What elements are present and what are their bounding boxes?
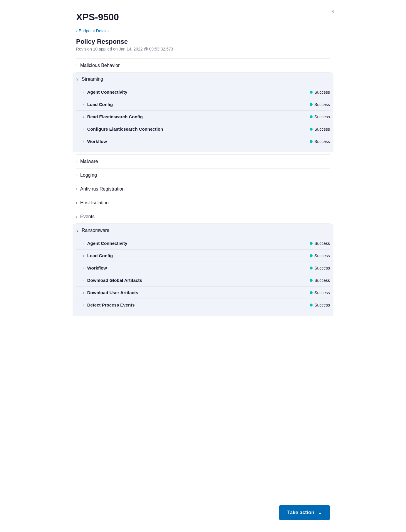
accordion-section-streaming: ∨Streaming›Agent ConnectivitySuccess›Loa… xyxy=(76,72,330,152)
sub-item-label: Configure Elasticsearch Connection xyxy=(87,127,163,132)
status-badge: Success xyxy=(310,290,330,295)
list-item: ›Download User ArtifactsSuccess xyxy=(76,287,330,299)
chevron-right-icon[interactable]: › xyxy=(83,90,84,94)
sub-item-left: ›Workflow xyxy=(83,139,107,144)
sub-item-label: Load Config xyxy=(87,102,113,107)
accordion-section-events: ›Events xyxy=(76,210,330,223)
status-text: Success xyxy=(314,90,330,95)
breadcrumb-chevron: ‹ xyxy=(76,28,78,33)
accordion-section-host-isolation: ›Host Isolation xyxy=(76,196,330,210)
take-action-button[interactable]: Take action ⌄ xyxy=(279,505,330,520)
accordion-section-malware: ›Malware xyxy=(76,154,330,168)
accordion-label-streaming: Streaming xyxy=(82,77,103,82)
status-text: Success xyxy=(314,241,330,246)
list-item: ›Detect Process EventsSuccess xyxy=(76,299,330,311)
list-item: ›Agent ConnectivitySuccess xyxy=(76,237,330,250)
accordion-label-ransomware: Ransomware xyxy=(82,228,109,233)
accordion-section-logging: ›Logging xyxy=(76,168,330,182)
status-text: Success xyxy=(314,303,330,307)
status-text: Success xyxy=(314,290,330,295)
status-dot-icon xyxy=(310,254,313,257)
accordion-header-ransomware[interactable]: ∨Ransomware xyxy=(73,224,333,237)
take-action-chevron-icon: ⌄ xyxy=(318,510,322,516)
status-dot-icon xyxy=(310,291,313,294)
status-text: Success xyxy=(314,139,330,144)
breadcrumb[interactable]: ‹ Endpoint Details xyxy=(76,28,330,33)
chevron-right-icon[interactable]: › xyxy=(83,291,84,294)
chevron-right-icon[interactable]: › xyxy=(83,279,84,282)
sub-item-label: Download User Artifacts xyxy=(87,290,138,295)
sub-item-left: ›Agent Connectivity xyxy=(83,241,127,246)
sub-item-label: Agent Connectivity xyxy=(87,90,127,95)
accordion-label-logging: Logging xyxy=(80,173,97,178)
chevron-right-icon[interactable]: › xyxy=(83,103,84,106)
status-dot-icon xyxy=(310,91,313,94)
sub-item-label: Read Elasticsearch Config xyxy=(87,114,143,119)
chevron-down-icon: ∨ xyxy=(76,228,79,233)
list-item: ›WorkflowSuccess xyxy=(76,262,330,274)
status-text: Success xyxy=(314,278,330,283)
list-item: ›Load ConfigSuccess xyxy=(76,98,330,111)
chevron-right-icon: › xyxy=(76,173,77,177)
accordion-container: ›Malicious Behavior∨Streaming›Agent Conn… xyxy=(76,58,330,318)
chevron-right-icon: › xyxy=(76,215,77,219)
sub-item-label: Detect Process Events xyxy=(87,302,135,307)
chevron-down-icon: ∨ xyxy=(76,77,79,81)
status-dot-icon xyxy=(310,128,313,131)
status-badge: Success xyxy=(310,278,330,283)
accordion-label-host-isolation: Host Isolation xyxy=(80,200,109,206)
expanded-section-ransomware: ›Agent ConnectivitySuccess›Load ConfigSu… xyxy=(73,237,333,316)
close-button[interactable]: × xyxy=(331,8,335,15)
sub-item-left: ›Workflow xyxy=(83,265,107,270)
chevron-right-icon[interactable]: › xyxy=(83,303,84,307)
accordion-header-host-isolation[interactable]: ›Host Isolation xyxy=(76,196,330,210)
status-dot-icon xyxy=(310,103,313,106)
accordion-header-antivirus-registration[interactable]: ›Antivirus Registration xyxy=(76,182,330,196)
chevron-right-icon[interactable]: › xyxy=(83,115,84,119)
accordion-section-malicious-behavior: ›Malicious Behavior xyxy=(76,58,330,72)
status-badge: Success xyxy=(310,139,330,144)
chevron-right-icon[interactable]: › xyxy=(83,127,84,131)
accordion-header-events[interactable]: ›Events xyxy=(76,210,330,223)
accordion-header-streaming[interactable]: ∨Streaming xyxy=(73,73,333,86)
sub-item-left: ›Download Global Artifacts xyxy=(83,278,142,283)
accordion-label-malware: Malware xyxy=(80,159,98,164)
list-item: ›Configure Elasticsearch ConnectionSucce… xyxy=(76,123,330,135)
status-dot-icon xyxy=(310,115,313,118)
list-item: ›Read Elasticsearch ConfigSuccess xyxy=(76,111,330,123)
chevron-right-icon[interactable]: › xyxy=(83,242,84,245)
sub-item-label: Workflow xyxy=(87,139,107,144)
chevron-right-icon[interactable]: › xyxy=(83,254,84,257)
status-dot-icon xyxy=(310,267,313,270)
sub-item-left: ›Download User Artifacts xyxy=(83,290,138,295)
accordion-section-ransomware: ∨Ransomware›Agent ConnectivitySuccess›Lo… xyxy=(76,223,330,318)
chevron-right-icon: › xyxy=(76,187,77,191)
accordion-header-malware[interactable]: ›Malware xyxy=(76,155,330,168)
status-dot-icon xyxy=(310,304,313,307)
sub-item-label: Workflow xyxy=(87,265,107,270)
accordion-header-malicious-behavior[interactable]: ›Malicious Behavior xyxy=(76,59,330,72)
status-badge: Success xyxy=(310,303,330,307)
sub-item-left: ›Load Config xyxy=(83,102,113,107)
breadcrumb-label: Endpoint Details xyxy=(79,28,109,33)
accordion-section-antivirus-registration: ›Antivirus Registration xyxy=(76,182,330,196)
status-dot-icon xyxy=(310,279,313,282)
list-item: ›Load ConfigSuccess xyxy=(76,250,330,262)
revision-text: Revision 10 applied on Jan 14, 2022 @ 09… xyxy=(76,47,330,51)
status-text: Success xyxy=(314,266,330,270)
sub-item-label: Download Global Artifacts xyxy=(87,278,142,283)
sub-item-label: Agent Connectivity xyxy=(87,241,127,246)
sub-item-left: ›Read Elasticsearch Config xyxy=(83,114,143,119)
status-badge: Success xyxy=(310,241,330,246)
accordion-header-logging[interactable]: ›Logging xyxy=(76,169,330,182)
list-item: ›WorkflowSuccess xyxy=(76,135,330,147)
status-dot-icon xyxy=(310,140,313,143)
chevron-right-icon: › xyxy=(76,159,77,164)
chevron-right-icon[interactable]: › xyxy=(83,140,84,143)
status-badge: Success xyxy=(310,253,330,258)
main-panel: × XPS-9500 ‹ Endpoint Details Policy Res… xyxy=(62,0,344,353)
chevron-right-icon[interactable]: › xyxy=(83,266,84,270)
section-title: Policy Response xyxy=(76,38,330,46)
status-badge: Success xyxy=(310,127,330,132)
accordion-label-malicious-behavior: Malicious Behavior xyxy=(80,63,120,68)
